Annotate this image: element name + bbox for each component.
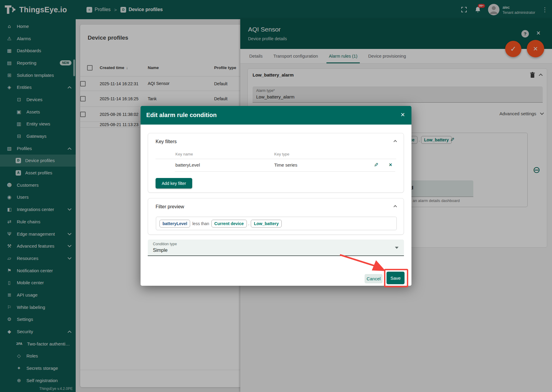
edit-alarm-rule-condition-dialog: Edit alarm rule condition × Key filters …: [141, 106, 411, 286]
dialog-header: Edit alarm rule condition ×: [141, 106, 411, 125]
filter-preview-expression: batteryLevel less than Current device . …: [156, 217, 397, 230]
filter-value-chip: Low_battery: [251, 220, 281, 228]
cancel-button[interactable]: Cancel: [365, 274, 383, 283]
filter-entity-chip: Current device: [211, 220, 247, 228]
column-header-key-type: Key type: [274, 152, 290, 156]
filter-key-chip: batteryLevel: [159, 220, 190, 228]
filter-preview-card: Filter preview batteryLevel less than Cu…: [148, 198, 404, 235]
condition-type-select[interactable]: Condition type Simple: [148, 240, 404, 256]
column-header-key-name: Key name: [175, 152, 193, 156]
key-filters-title: Key filters: [156, 139, 177, 144]
filter-operator: less than: [192, 221, 209, 226]
add-key-filter-button[interactable]: Add key filter: [156, 178, 192, 188]
filter-preview-title: Filter preview: [156, 204, 184, 210]
edit-key-filter-icon[interactable]: ✎: [374, 162, 378, 168]
dialog-title: Edit alarm rule condition: [146, 112, 217, 119]
divider: [175, 171, 395, 172]
app-root: ThingsEye.io ≡ Profiles > D Device profi…: [0, 0, 552, 392]
condition-type-label: Condition type: [153, 242, 177, 246]
collapse-filter-preview-icon[interactable]: [393, 205, 397, 208]
condition-type-value: Simple: [153, 248, 168, 253]
filter-dot-separator: .: [248, 221, 250, 226]
dropdown-caret-icon: [395, 247, 399, 249]
collapse-key-filters-icon[interactable]: [393, 140, 397, 143]
key-filter-name: batteryLevel: [175, 162, 200, 167]
divider: [156, 159, 396, 159]
save-button[interactable]: Save: [387, 272, 405, 284]
dialog-close-icon[interactable]: ×: [401, 111, 405, 118]
delete-key-filter-icon[interactable]: ×: [389, 162, 392, 168]
key-filter-type: Time series: [274, 162, 297, 167]
key-filters-card: Key filters Key name Key type batteryLev…: [148, 133, 404, 193]
